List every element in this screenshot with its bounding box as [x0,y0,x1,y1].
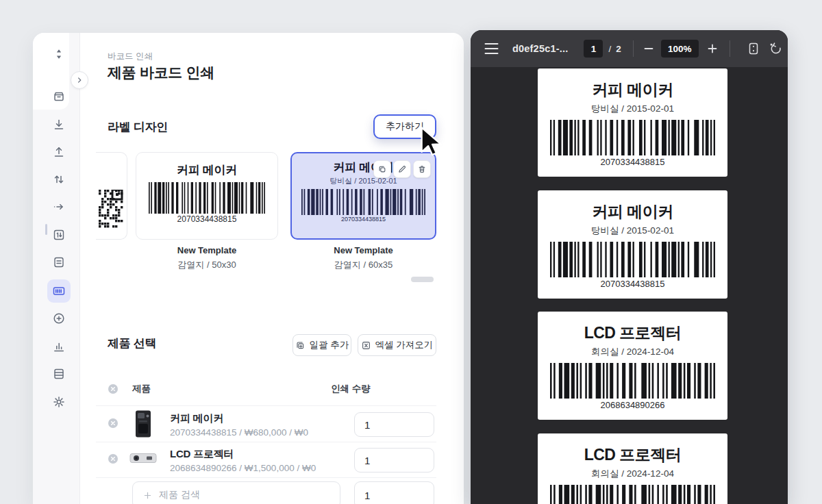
barcode-graphic [550,242,715,277]
barcode-icon [47,279,71,303]
copy-plus-icon [295,340,306,351]
barcode-number: 2070334438815 [538,157,727,167]
label-subtitle: 탕비실 / 2015-02-01 [538,103,727,115]
product-select-section-title: 제품 선택 [108,336,156,351]
barcode-number: 2068634890266 [538,400,727,410]
page-number-input[interactable]: 1 [584,40,603,58]
stock-count-icon [52,228,66,242]
coffee-maker-thumbnail [133,410,153,438]
qr-code-icon [99,190,123,228]
label-design-section-title: 라벨 디자인 [108,119,168,135]
settings-gear-icon [52,395,66,409]
projector-thumbnail [129,451,157,466]
barcode-graphic [301,189,425,215]
bulk-add-button[interactable]: 일괄 추가 [292,334,351,356]
remove-row-icon[interactable] [108,418,119,429]
templates-horizontal-scrollbar[interactable] [411,277,434,282]
excel-import-label: 엑셀 가져오기 [375,339,434,351]
clear-all-icon[interactable] [108,383,119,394]
barcode-graphic [149,182,265,214]
delete-template-button[interactable] [413,160,431,178]
toolbar-divider [730,40,730,57]
product-detail: 2068634890266 / ₩1,500,000 / ₩0 [170,463,316,473]
table-divider [96,477,436,478]
label-product-title: 커피 메이커 [538,79,727,101]
sidebar-item-workspace-switcher[interactable] [45,40,73,68]
product-name: 커피 메이커 [170,412,223,425]
database-icon [52,367,66,381]
barcode-number: 2070334438815 [538,279,727,289]
bar-chart-icon [52,340,66,353]
sidebar-expand-button[interactable] [71,71,88,89]
barcode-graphic [550,363,715,399]
page-title: 제품 바코드 인쇄 [108,63,214,82]
transfer-arrows-icon [52,173,66,186]
mouse-cursor [419,126,444,157]
sidebar-item-database[interactable] [45,360,73,388]
label-product-title: LCD 프로젝터 [538,444,727,466]
pdf-filename: d0ef25c1-... [512,43,568,54]
barcode-number: 2070334438815 [136,214,277,224]
duplicate-template-button[interactable] [373,160,391,178]
sidebar-item-document-list[interactable] [45,249,73,276]
excel-icon [361,340,371,351]
fit-page-button[interactable] [747,42,760,55]
template-spec: 감열지 / 60x35 [290,259,436,271]
remove-row-icon[interactable] [108,453,119,464]
sidebar-item-stock-count[interactable] [45,221,73,249]
sidebar-item-barcode[interactable] [45,277,73,305]
rotate-page-button[interactable] [769,42,783,56]
sidebar-item-move-out-arrow[interactable] [45,193,73,220]
table-divider [96,442,436,442]
menu-icon[interactable] [484,42,499,55]
trash-icon [417,164,427,174]
sidebar-item-settings-gear[interactable] [45,388,73,416]
template-name: New Template [136,245,278,255]
pdf-toolbar: d0ef25c1-... 1 / 2 100% [471,30,788,67]
template-card-60x35-selected[interactable]: 커피 메이커 탕비실 / 2015-02-01 2070334438815 [290,152,436,240]
print-quantity-input[interactable] [354,481,434,504]
search-placeholder: 제품 검색 [159,489,200,501]
sidebar-item-archive-box[interactable] [45,83,73,110]
app-window: 바코드 인쇄 제품 바코드 인쇄 라벨 디자인 추가하기 커피 메이커 2070… [33,33,464,504]
edit-template-button[interactable] [393,160,411,178]
template-card-product-title: 커피 메이커 [136,162,277,178]
workspace-switcher-icon [52,47,66,61]
sidebar-divider [79,33,80,504]
template-card-partial[interactable] [96,152,127,240]
zoom-out-button[interactable] [643,43,654,54]
bulk-add-label: 일괄 추가 [310,339,349,351]
breadcrumb[interactable]: 바코드 인쇄 [108,51,153,62]
total-pages: 2 [616,44,621,54]
sidebar-scrollbar[interactable] [45,224,47,235]
pdf-label-preview: LCD 프로젝터회의실 / 2024-12-042068634890266 [538,433,727,504]
template-caption: New Template 감열지 / 50x30 [136,245,278,271]
copy-icon [377,164,387,174]
pdf-viewer-window: 커피 메이커탕비실 / 2015-02-012070334438815커피 메이… [471,30,788,504]
template-card-50x30[interactable]: 커피 메이커 2070334438815 [136,152,278,240]
zoom-in-button[interactable] [707,43,718,54]
excel-import-button[interactable]: 엑셀 가져오기 [358,334,436,356]
zoom-level[interactable]: 100% [661,40,699,58]
page-separator: / [608,44,611,54]
print-quantity-input[interactable] [354,448,434,473]
download-icon [52,118,66,131]
product-search-input[interactable]: 제품 검색 [132,481,340,504]
template-spec: 감열지 / 50x30 [136,259,278,271]
pencil-icon [397,164,407,174]
pdf-label-preview: 커피 메이커탕비실 / 2015-02-012070334438815 [538,190,727,299]
sidebar-item-upload[interactable] [45,138,73,166]
table-divider [96,405,436,406]
print-quantity-input[interactable] [354,412,434,437]
sidebar-item-plus-circle[interactable] [45,305,73,332]
sidebar-item-download[interactable] [45,111,73,138]
pdf-label-preview: 커피 메이커탕비실 / 2015-02-012070334438815 [538,68,727,177]
product-name: LCD 프로젝터 [170,448,234,461]
document-list-icon [52,255,66,269]
template-name: New Template [290,245,436,255]
barcode-graphic [550,120,715,155]
sidebar-item-bar-chart[interactable] [45,333,73,360]
plus-icon [142,490,153,501]
chevron-right-icon [75,75,84,85]
sidebar-item-transfer-arrows[interactable] [45,166,73,193]
